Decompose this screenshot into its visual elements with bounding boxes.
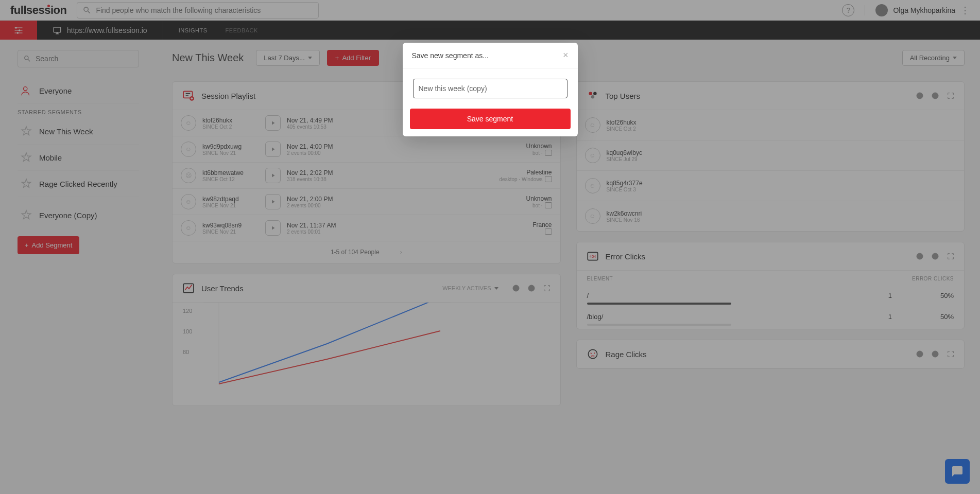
- save-segment-modal: Save new segment as... × Save segment: [403, 43, 578, 136]
- modal-title: Save new segment as...: [412, 51, 489, 60]
- modal-overlay[interactable]: Save new segment as... × Save segment: [0, 0, 980, 494]
- save-segment-button[interactable]: Save segment: [410, 109, 571, 129]
- segment-name-input[interactable]: [413, 79, 568, 98]
- close-icon[interactable]: ×: [563, 50, 569, 61]
